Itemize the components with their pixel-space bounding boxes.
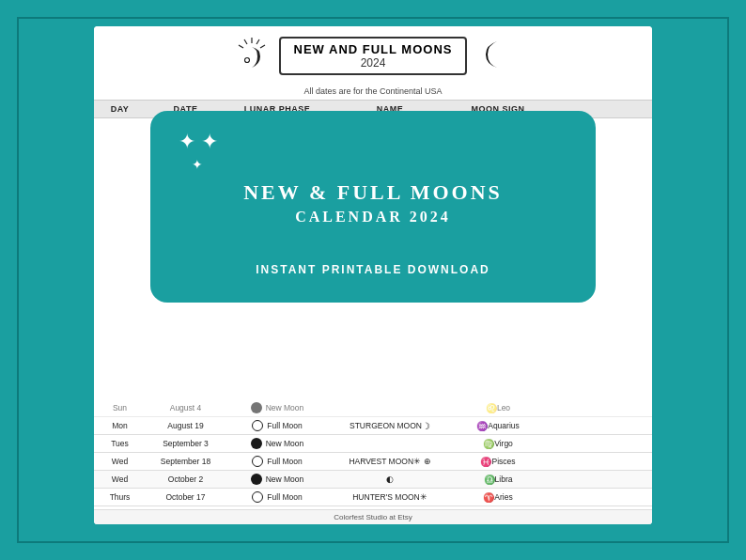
overlay-download: INSTANT PRINTABLE DOWNLOAD: [179, 263, 567, 276]
cell-sign: ♍ Virgo: [451, 435, 545, 452]
border-left: [17, 17, 19, 543]
cell-name: HUNTER'S MOON ✳: [329, 489, 451, 506]
cell-phase: Full Moon: [225, 453, 329, 470]
overlay-title-line1: NEW & FULL MOONS: [179, 180, 567, 205]
subtitle-text: All dates are for the Continental USA: [94, 85, 652, 100]
header-area: NEW AND FULL MOONS 2024: [94, 26, 652, 85]
table-rows: Sun August 4 New Moon ♌ Leo Mon August 1…: [94, 399, 652, 524]
border-bottom: [17, 541, 729, 543]
moon-art-left: [234, 36, 270, 75]
col-day: DAY: [94, 101, 146, 117]
border-right: [727, 17, 729, 543]
cell-sign: ♒ Aquarius: [451, 417, 545, 434]
table-row: Sun August 4 New Moon ♌ Leo: [94, 399, 652, 417]
new-moon-icon: [251, 438, 262, 449]
cell-name: [329, 399, 451, 416]
overlay-title-line2: CALENDAR 2024: [179, 209, 567, 226]
cell-date: September 18: [146, 453, 225, 470]
table-row-october2: Wed October 2 New Moon ◐ ♎ Libra: [94, 471, 652, 489]
cell-sign: ♈ Aries: [451, 489, 545, 506]
title-box: NEW AND FULL MOONS 2024: [279, 37, 468, 75]
svg-line-4: [239, 45, 243, 48]
table-row: Mon August 19 Full Moon STURGEON MOON ☽ …: [94, 417, 652, 435]
main-card: NEW AND FULL MOONS 2024 All dates are fo…: [94, 26, 652, 524]
year: 2024: [294, 56, 453, 70]
svg-line-3: [244, 39, 247, 44]
cell-phase: Full Moon: [225, 417, 329, 434]
cell-day: Mon: [94, 417, 146, 434]
new-moon-icon: [251, 402, 262, 413]
cell-phase: New Moon: [225, 435, 329, 452]
cell-day: Sun: [94, 399, 146, 416]
cell-sign: ♎ Libra: [451, 471, 545, 488]
cell-sign: ♓ Pisces: [451, 453, 545, 470]
full-moon-icon: [252, 491, 263, 503]
cell-date: August 4: [146, 399, 225, 416]
new-moon-icon: [251, 474, 262, 485]
main-title: NEW AND FULL MOONS: [294, 42, 453, 56]
teal-overlay-card: ✦ ✦✦ NEW & FULL MOONS CALENDAR 2024 INST…: [150, 111, 596, 303]
table-row: Thurs October 17 Full Moon HUNTER'S MOON…: [94, 489, 652, 506]
cell-day: Wed: [94, 453, 146, 470]
svg-line-2: [260, 45, 265, 48]
cell-sign: ♌ Leo: [451, 399, 545, 416]
cell-day: Thurs: [94, 489, 146, 506]
cell-name: HARVEST MOON ✳ ⊕: [329, 453, 451, 470]
credit-bar: Colorfest Studio at Etsy: [94, 509, 652, 524]
full-moon-icon: [252, 420, 263, 431]
cell-date: October 17: [146, 489, 225, 506]
table-row: Wed September 18 Full Moon HARVEST MOON …: [94, 453, 652, 471]
cell-phase: Full Moon: [225, 489, 329, 506]
svg-point-5: [244, 58, 249, 63]
cell-name: [329, 435, 451, 452]
cell-name: STURGEON MOON ☽: [329, 417, 451, 434]
cell-phase: New Moon: [225, 471, 329, 488]
border-top: [17, 17, 729, 19]
credit-text: Colorfest Studio at Etsy: [334, 513, 412, 521]
cell-phase: New Moon: [225, 399, 329, 416]
moon-art-right: [476, 34, 512, 77]
full-moon-icon: [252, 456, 263, 467]
cell-day: Wed: [94, 471, 146, 488]
cell-date: August 19: [146, 417, 225, 434]
cell-day: Tues: [94, 435, 146, 452]
table-row: Tues September 3 New Moon ♍ Virgo: [94, 435, 652, 453]
cell-date: September 3: [146, 435, 225, 452]
stars-decoration: ✦ ✦✦: [179, 132, 567, 173]
svg-line-1: [256, 39, 259, 44]
cell-name: ◐: [329, 471, 451, 488]
cell-date: October 2: [146, 471, 225, 488]
